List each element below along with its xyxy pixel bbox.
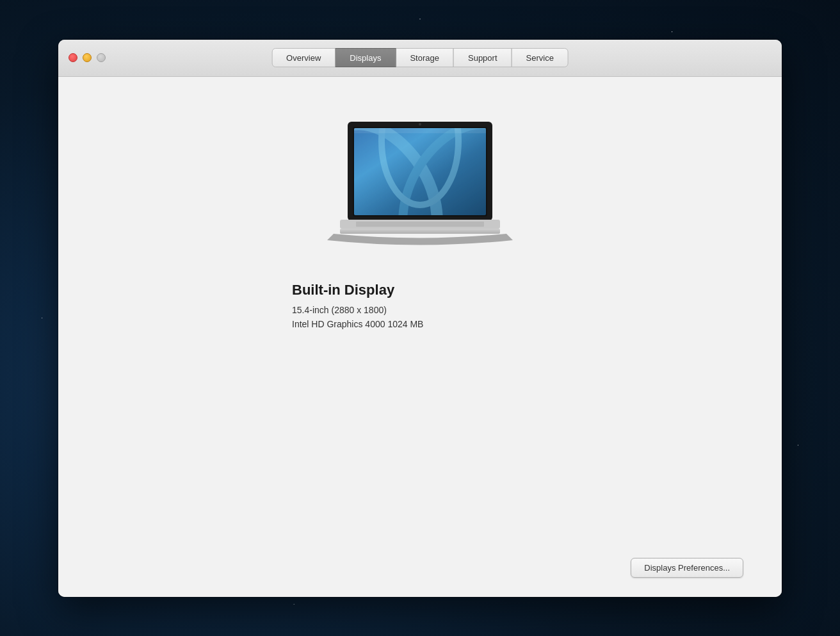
svg-rect-9 — [356, 222, 484, 227]
content-area: Built-in Display 15.4-inch (2880 x 1800)… — [58, 77, 782, 597]
laptop-illustration — [321, 115, 519, 256]
tab-service[interactable]: Service — [512, 48, 569, 67]
titlebar: Overview Displays Storage Support Servic… — [58, 40, 782, 77]
main-window: Overview Displays Storage Support Servic… — [58, 40, 782, 597]
display-resolution: 15.4-inch (2880 x 1800) — [292, 305, 387, 315]
close-button[interactable] — [69, 53, 77, 62]
displays-preferences-button[interactable]: Displays Preferences... — [631, 558, 743, 578]
minimize-button[interactable] — [83, 53, 92, 62]
tab-support[interactable]: Support — [453, 48, 512, 67]
tab-bar: Overview Displays Storage Support Servic… — [272, 48, 569, 67]
display-info-block: Built-in Display 15.4-inch (2880 x 1800)… — [292, 282, 548, 333]
maximize-button[interactable] — [97, 53, 106, 62]
svg-rect-11 — [354, 128, 486, 133]
tab-overview[interactable]: Overview — [271, 48, 335, 67]
svg-rect-10 — [340, 229, 500, 234]
tab-displays[interactable]: Displays — [335, 48, 396, 67]
bottom-bar: Displays Preferences... — [97, 551, 743, 578]
display-name: Built-in Display — [292, 282, 394, 298]
window-controls — [69, 53, 106, 62]
tab-storage[interactable]: Storage — [395, 48, 454, 67]
display-graphics: Intel HD Graphics 4000 1024 MB — [292, 319, 423, 329]
svg-point-7 — [419, 123, 421, 126]
